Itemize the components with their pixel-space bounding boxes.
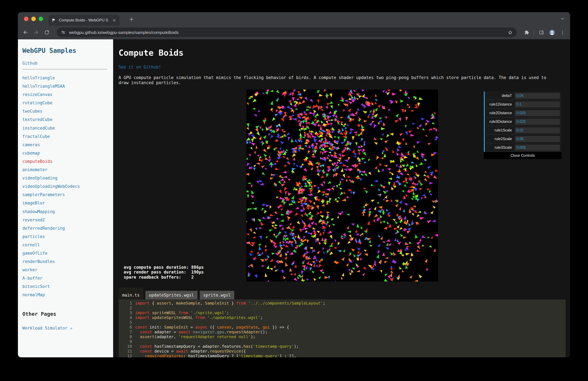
sidebar-item-cubemap[interactable]: cubemap bbox=[22, 149, 111, 157]
sidebar-item-animometer[interactable]: animometer bbox=[22, 166, 111, 174]
line-number: 5 bbox=[119, 320, 132, 325]
sidebar-item-instancedCube[interactable]: instancedCube bbox=[22, 124, 111, 132]
sidebar-item-normalMap[interactable]: normalMap bbox=[22, 291, 111, 299]
sidebar-item-samplerParameters[interactable]: samplerParameters bbox=[22, 191, 111, 199]
line-number: 6 bbox=[119, 325, 132, 330]
address-bar[interactable]: webgpu.github.io/webgpu-samples/samples/… bbox=[57, 27, 517, 37]
sidebar-item-computeBoids[interactable]: computeBoids bbox=[22, 157, 111, 166]
gui-input-rule3Distance[interactable] bbox=[515, 119, 560, 125]
sidebar-item-twoCubes[interactable]: twoCubes bbox=[22, 107, 111, 116]
sidebar-divider bbox=[22, 69, 107, 69]
sidebar-item-gameOfLife[interactable]: gameOfLife bbox=[22, 249, 111, 258]
gui-input-rule2Scale[interactable] bbox=[515, 136, 560, 142]
sidebar-item-particles[interactable]: particles bbox=[22, 233, 111, 241]
sidebar-item-A-buffer[interactable]: A-buffer bbox=[22, 274, 111, 283]
line-number: 4 bbox=[119, 315, 132, 320]
site-settings-icon[interactable] bbox=[61, 30, 66, 35]
menu-button[interactable] bbox=[558, 27, 567, 37]
code-line: 10 const hasTimestampQuery = adapter.fea… bbox=[119, 344, 566, 349]
window-minimize-button[interactable] bbox=[31, 17, 36, 21]
extensions-button[interactable] bbox=[522, 27, 531, 37]
sidebar-item-rotatingCube[interactable]: rotatingCube bbox=[22, 99, 111, 107]
code-line: 9 bbox=[119, 339, 566, 344]
sidebar-item-helloTriangle[interactable]: helloTriangle bbox=[22, 74, 111, 82]
page-content: WebGPU Samples Github helloTrianglehello… bbox=[18, 39, 570, 357]
code-line: 12 requiredFeatures: hasTimestampQuery ?… bbox=[119, 354, 566, 357]
code-line: 11 const device = await adapter.requestD… bbox=[119, 349, 566, 354]
sidebar-item-videoUploading[interactable]: videoUploading bbox=[22, 174, 111, 182]
sidebar-item-videoUploadingWebCodecs[interactable]: videoUploadingWebCodecs bbox=[22, 182, 111, 191]
gui-label: rule1Scale bbox=[485, 128, 515, 132]
browser-window: Compute Boids - WebGPU S bbox=[18, 12, 570, 357]
gui-label: rule1Distance bbox=[485, 102, 515, 106]
sidebar-item-fractalCube[interactable]: fractalCube bbox=[22, 132, 111, 141]
gui-input-rule3Scale[interactable] bbox=[515, 145, 560, 151]
close-controls-button[interactable]: Close Controls bbox=[484, 152, 562, 159]
sidebar-item-github[interactable]: Github bbox=[22, 61, 111, 66]
code-line: 5 bbox=[119, 320, 566, 325]
sidebar-item-helloTriangleMSAA[interactable]: helloTriangleMSAA bbox=[22, 82, 111, 90]
main-content: Compute Boids See it on Github! A GPU co… bbox=[113, 39, 570, 357]
sidebar-item-deferredRendering[interactable]: deferredRendering bbox=[22, 224, 111, 232]
code-line: 1import { assert, makeSample, SampleInit… bbox=[119, 301, 566, 306]
code-line: 2 bbox=[119, 306, 566, 310]
gui-row-rule3Scale: rule3Scale bbox=[484, 143, 562, 152]
gui-row-rule3Distance: rule3Distance bbox=[484, 117, 562, 126]
line-number: 12 bbox=[119, 354, 132, 357]
url-text: webgpu.github.io/webgpu-samples/samples/… bbox=[69, 30, 179, 35]
back-button[interactable] bbox=[21, 27, 30, 37]
bookmark-star-button[interactable] bbox=[507, 30, 513, 35]
gui-input-rule2Distance[interactable] bbox=[515, 110, 560, 116]
sidebar-item-shadowMapping[interactable]: shadowMapping bbox=[22, 207, 111, 216]
gui-row-deltaT: deltaT bbox=[484, 91, 562, 100]
tab-search-button[interactable] bbox=[560, 16, 565, 22]
sidebar-item-cameras[interactable]: cameras bbox=[22, 141, 111, 149]
tab-title: Compute Boids - WebGPU S bbox=[59, 18, 110, 22]
sidebar-item-reversedZ[interactable]: reversedZ bbox=[22, 216, 111, 224]
gui-row-rule1Distance: rule1Distance bbox=[484, 100, 562, 109]
code-line: 6const init: SampleInit = async ({ canva… bbox=[119, 325, 566, 330]
sidebar-item-renderBundles[interactable]: renderBundles bbox=[22, 258, 111, 266]
tab-close-icon[interactable] bbox=[111, 18, 117, 23]
sidebar-item-imageBlur[interactable]: imageBlur bbox=[22, 199, 111, 207]
sidebar-item-workload-simulator[interactable]: Workload Simulator ↗ bbox=[22, 326, 111, 331]
window-zoom-button[interactable] bbox=[39, 17, 43, 21]
gui-row-rule2Scale: rule2Scale bbox=[484, 135, 562, 143]
window-close-button[interactable] bbox=[24, 17, 28, 21]
toolbar-divider bbox=[534, 29, 534, 35]
line-number: 9 bbox=[119, 339, 132, 344]
gui-panel-rows: deltaTrule1Distancerule2Distancerule3Dis… bbox=[484, 91, 562, 152]
side-panel-button[interactable] bbox=[537, 27, 546, 37]
sidebar-item-texturedCube[interactable]: texturedCube bbox=[22, 116, 111, 124]
line-number: 8 bbox=[119, 334, 132, 339]
gui-row-rule1Scale: rule1Scale bbox=[484, 126, 562, 135]
sidebar-item-worker[interactable]: worker bbox=[22, 266, 111, 274]
description: A GPU compute particle simulation that m… bbox=[119, 75, 554, 86]
other-pages-heading: Other Pages bbox=[22, 311, 111, 317]
gui-label: rule2Scale bbox=[485, 137, 515, 141]
code-line: 7 const adapter = await navigator.gpu.re… bbox=[119, 330, 566, 334]
sidebar-item-bitonicSort[interactable]: bitonicSort bbox=[22, 283, 111, 291]
forward-button[interactable] bbox=[31, 27, 41, 37]
line-number: 2 bbox=[119, 306, 132, 310]
editor-tab-main.ts[interactable]: main.ts bbox=[119, 288, 143, 299]
stats-readout: avg compute pass duration: 886µs avg ren… bbox=[124, 265, 204, 280]
gui-input-rule1Distance[interactable] bbox=[515, 101, 560, 108]
gui-input-deltaT[interactable] bbox=[515, 93, 560, 99]
sidebar-item-resizeCanvas[interactable]: resizeCanvas bbox=[22, 90, 111, 99]
see-on-github-link[interactable]: See it on Github! bbox=[119, 65, 161, 70]
profile-button[interactable] bbox=[547, 27, 557, 37]
reload-button[interactable] bbox=[42, 27, 51, 37]
page-title: Compute Boids bbox=[119, 48, 566, 58]
site-title: WebGPU Samples bbox=[22, 47, 111, 54]
editor-tab-updateSprites.wgsl[interactable]: updateSprites.wgsl bbox=[146, 291, 197, 299]
code-line: 8 assert(adapter, 'requestAdapter return… bbox=[119, 334, 566, 339]
gui-label: rule2Distance bbox=[485, 111, 515, 115]
gui-input-rule1Scale[interactable] bbox=[515, 127, 560, 134]
new-tab-button[interactable] bbox=[128, 16, 135, 22]
sidebar-item-cornell[interactable]: cornell bbox=[22, 241, 111, 249]
browser-tab[interactable]: Compute Boids - WebGPU S bbox=[49, 15, 120, 26]
editor-tab-sprite.wgsl[interactable]: sprite.wgsl bbox=[200, 291, 234, 299]
boids-canvas bbox=[246, 90, 438, 282]
code-listing: 1import { assert, makeSample, SampleInit… bbox=[119, 299, 566, 357]
